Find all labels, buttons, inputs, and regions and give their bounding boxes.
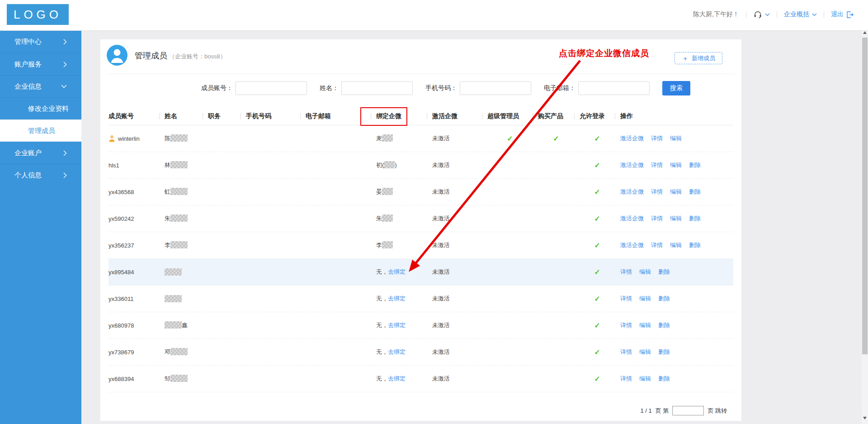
column-header-2: 职务 bbox=[203, 112, 241, 120]
sidebar-item-label: 企业信息 bbox=[14, 82, 42, 91]
op-details-link[interactable]: 详情 bbox=[620, 348, 632, 355]
name-search-input[interactable] bbox=[341, 81, 413, 95]
op-details-link[interactable]: 详情 bbox=[620, 295, 632, 302]
op-delete-link[interactable]: 删除 bbox=[689, 162, 701, 168]
op-details-link[interactable]: 详情 bbox=[651, 215, 663, 222]
mobile-search-input[interactable] bbox=[460, 81, 531, 95]
divider bbox=[107, 74, 735, 74]
sidebar-item-1[interactable]: 账户服务 bbox=[0, 53, 81, 75]
sidebar-item-6[interactable]: 个人信息 bbox=[0, 164, 81, 186]
member-account-search-input[interactable] bbox=[236, 81, 307, 95]
activate-status-text: 未激活 bbox=[432, 215, 450, 222]
cell-name: 陈 bbox=[159, 134, 203, 143]
op-activate-qiwei-link[interactable]: 激活企微 bbox=[620, 215, 644, 222]
go-bind-link[interactable]: 去绑定 bbox=[388, 375, 406, 382]
column-header-3: 手机号码 bbox=[241, 112, 300, 120]
check-icon: ✓ bbox=[594, 295, 600, 303]
op-edit-link[interactable]: 编辑 bbox=[670, 162, 682, 168]
op-edit-link[interactable]: 编辑 bbox=[639, 348, 651, 355]
search-button[interactable]: 搜索 bbox=[662, 81, 690, 95]
vertical-scrollbar[interactable] bbox=[862, 26, 868, 424]
redacted-name bbox=[170, 161, 188, 168]
scrollbar-thumb[interactable] bbox=[862, 38, 868, 354]
op-edit-link[interactable]: 编辑 bbox=[670, 242, 682, 248]
logo[interactable]: LOGO bbox=[7, 4, 69, 25]
cell-allow-login: ✓ bbox=[574, 321, 615, 330]
headset-icon bbox=[753, 10, 762, 19]
op-edit-link[interactable]: 编辑 bbox=[639, 322, 651, 329]
mobile-search-label: 手机号码： bbox=[425, 84, 457, 92]
op-details-link[interactable]: 详情 bbox=[651, 242, 663, 248]
cell-bind-qiwei: 晏 bbox=[371, 188, 427, 196]
op-details-link[interactable]: 详情 bbox=[620, 375, 632, 382]
column-header-9: 允许登录 bbox=[574, 112, 615, 120]
cell-name: 鑫 bbox=[159, 321, 203, 329]
op-details-link[interactable]: 详情 bbox=[620, 268, 632, 275]
page-jump-input[interactable] bbox=[672, 406, 704, 415]
column-header-label: 手机号码 bbox=[246, 112, 271, 119]
search-form: 成员账号：姓名：手机号码：电子邮箱：搜索 bbox=[201, 81, 690, 95]
cell-allow-login: ✓ bbox=[574, 268, 615, 276]
op-edit-link[interactable]: 编辑 bbox=[670, 188, 682, 195]
op-edit-link[interactable]: 编辑 bbox=[670, 215, 682, 222]
op-delete-link[interactable]: 删除 bbox=[658, 348, 670, 355]
op-delete-link[interactable]: 删除 bbox=[658, 295, 670, 302]
op-delete-link[interactable]: 删除 bbox=[658, 268, 670, 275]
redacted-bind bbox=[382, 188, 393, 195]
go-bind-link[interactable]: 去绑定 bbox=[388, 348, 406, 355]
bind-text: 麦 bbox=[376, 135, 382, 142]
op-details-link[interactable]: 详情 bbox=[651, 162, 663, 168]
logout-button[interactable]: 退出 bbox=[831, 10, 854, 19]
enterprise-overview-menu[interactable]: 企业概括 bbox=[784, 10, 817, 19]
op-activate-qiwei-link[interactable]: 激活企微 bbox=[620, 242, 644, 248]
email-search-input[interactable] bbox=[578, 81, 650, 95]
op-delete-link[interactable]: 删除 bbox=[689, 242, 701, 248]
cell-allow-login: ✓ bbox=[574, 188, 615, 196]
account-text: hls1 bbox=[108, 162, 119, 169]
scroll-up-arrow-icon[interactable] bbox=[863, 31, 867, 34]
scroll-down-arrow-icon[interactable] bbox=[863, 417, 867, 419]
sidebar-item-2[interactable]: 企业信息 bbox=[0, 75, 81, 97]
redacted-bind bbox=[382, 134, 393, 142]
op-delete-link[interactable]: 删除 bbox=[658, 322, 670, 329]
op-delete-link[interactable]: 删除 bbox=[689, 188, 701, 195]
account-text: yx680978 bbox=[108, 322, 134, 329]
sidebar-item-3[interactable]: 修改企业资料 bbox=[0, 97, 81, 119]
sidebar-item-label: 修改企业资料 bbox=[28, 105, 69, 113]
user-greeting: 陈大厨,下午好！ bbox=[693, 10, 739, 19]
cell-super-admin: ✓ bbox=[482, 134, 533, 143]
op-delete-link[interactable]: 删除 bbox=[658, 375, 670, 382]
op-activate-qiwei-link[interactable]: 激活企微 bbox=[620, 135, 644, 142]
op-edit-link[interactable]: 编辑 bbox=[670, 135, 682, 142]
op-details-link[interactable]: 详情 bbox=[651, 188, 663, 195]
cell-name bbox=[159, 268, 203, 276]
cell-account: yx590242 bbox=[108, 215, 159, 222]
top-bar: LOGO 陈大厨,下午好！ 企业概括 退出 bbox=[0, 0, 868, 31]
go-bind-link[interactable]: 去绑定 bbox=[388, 322, 406, 329]
op-details-link[interactable]: 详情 bbox=[651, 135, 663, 142]
cell-allow-login: ✓ bbox=[574, 214, 615, 223]
chevron-right-icon bbox=[63, 39, 67, 45]
op-details-link[interactable]: 详情 bbox=[620, 322, 632, 329]
support-menu[interactable] bbox=[753, 10, 770, 19]
op-activate-qiwei-link[interactable]: 激活企微 bbox=[620, 188, 644, 195]
check-icon: ✓ bbox=[594, 162, 600, 169]
divider bbox=[746, 11, 746, 18]
op-activate-qiwei-link[interactable]: 激活企微 bbox=[620, 162, 644, 168]
sidebar-item-5[interactable]: 企业账户 bbox=[0, 142, 81, 164]
go-bind-link[interactable]: 去绑定 bbox=[388, 268, 406, 275]
op-edit-link[interactable]: 编辑 bbox=[639, 375, 651, 382]
op-edit-link[interactable]: 编辑 bbox=[639, 295, 651, 302]
sidebar-item-0[interactable]: 管理中心 bbox=[0, 31, 81, 53]
sidebar-item-label: 管理中心 bbox=[14, 38, 42, 46]
cell-bind-qiwei: 无，去绑定 bbox=[371, 321, 427, 329]
column-header-label: 职务 bbox=[208, 112, 221, 119]
column-header-label: 电子邮箱 bbox=[306, 112, 331, 119]
go-bind-link[interactable]: 去绑定 bbox=[388, 295, 406, 302]
op-delete-link[interactable]: 删除 bbox=[689, 215, 701, 222]
add-member-button[interactable]: ＋ 新增成员 bbox=[675, 52, 722, 64]
app-screen: LOGO 陈大厨,下午好！ 企业概括 退出 bbox=[0, 0, 868, 424]
table-row: winterlin陈麦未激活✓✓✓激活企微详情编辑 bbox=[108, 125, 733, 152]
op-edit-link[interactable]: 编辑 bbox=[639, 268, 651, 275]
sidebar-item-4[interactable]: 管理成员 bbox=[0, 119, 81, 142]
